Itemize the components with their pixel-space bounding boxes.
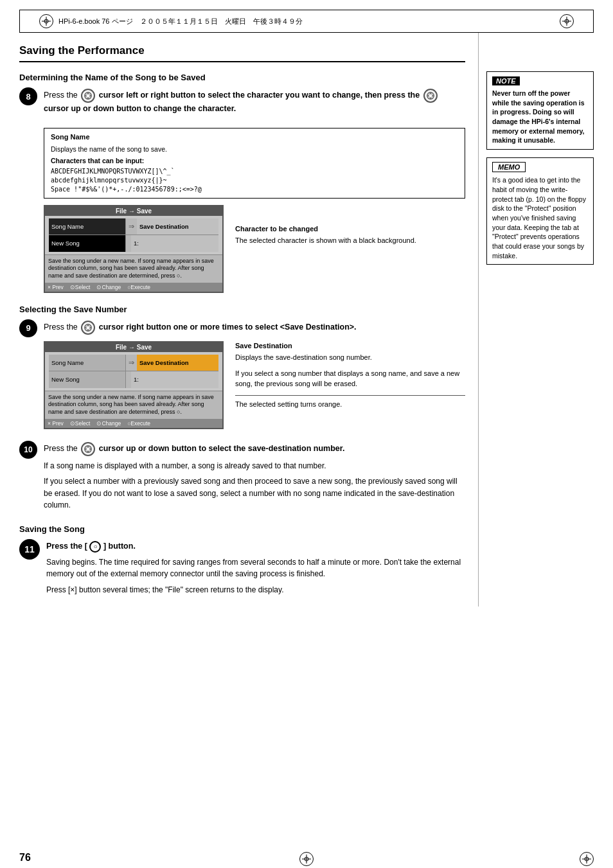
step-8-container: 8 Press the (19, 87, 465, 298)
song-name-title: Song Name (51, 132, 458, 142)
step-11-content: Press the [ ○ ] button. Saving begins. T… (46, 539, 465, 600)
cursor-icon-1 (81, 89, 95, 103)
step9-annotations: Save Destination Displays the save-desti… (224, 341, 465, 410)
left-column: Saving the Performance Determining the N… (19, 33, 465, 607)
bottom-right-crosshair (580, 852, 594, 866)
screen1-message: Save the song under a new name. If song … (45, 254, 222, 283)
memo-label: MEMO (492, 162, 526, 172)
bottom-crosshair (299, 852, 314, 866)
step-11-number: 11 (19, 539, 40, 560)
memo-box: MEMO It's a good idea to get into the ha… (486, 157, 594, 265)
screen2-title: File → Save (45, 342, 222, 352)
step-10-container: 10 Press the cu (19, 441, 465, 515)
crosshair-left (39, 14, 53, 28)
right-sidebar: NOTE Never turn off the power while the … (478, 33, 594, 607)
step10-text1: Press the (44, 444, 78, 453)
screen1-layout: File → Save Song Name ⇒ Save Destination (44, 205, 465, 293)
subsection-save-number: Selecting the Save Number (19, 305, 465, 314)
cursor-icon-3 (81, 321, 95, 335)
screen2-body: Song Name ⇒ Save Destination New Song 1: (45, 352, 222, 391)
step-10-text: Press the cursor up or down button to se… (44, 442, 465, 456)
circle-button: ○ (89, 541, 101, 553)
section-title: Saving the Performance (19, 44, 465, 57)
note-box: NOTE Never turn off the power while the … (486, 71, 594, 150)
annotation-char-title: Character to be changed (235, 224, 416, 234)
save-dest-title: Save Destination (235, 341, 465, 351)
screen2-row2: New Song 1: (49, 371, 218, 388)
step11-text1: Press the [ (46, 542, 87, 551)
step9-text1: Press the (44, 323, 78, 332)
step-8-number: 8 (19, 87, 37, 105)
screen1-btn-select: ⊙Select (70, 284, 91, 290)
screen-box-2: File → Save Song Name ⇒ Save Destination… (44, 341, 224, 429)
screen1-row1-value: Save Destination (137, 218, 218, 235)
chars-title: Characters that can be input: (51, 156, 458, 166)
step-9-content: Press the cursor right button one or mor… (44, 319, 465, 434)
step-8-content: Press the cursor left or right but (44, 87, 465, 298)
screen2-row1: Song Name ⇒ Save Destination (49, 355, 218, 371)
screen1-row2: New Song 1: (49, 235, 218, 252)
save-dest-line1: Displays the save-destination song numbe… (235, 353, 465, 362)
annotation-char-text: The selected character is shown with a b… (235, 236, 416, 245)
header-text: HPi-6-e.book 76 ページ ２００５年１１月１５日 火曜日 午後３時… (58, 17, 303, 26)
crosshair-right (560, 14, 574, 28)
step8-text-part1: Press the (44, 91, 78, 100)
song-name-line1: Displays the name of the song to save. (51, 145, 458, 154)
screen1-row2-label: New Song (49, 235, 126, 252)
annotation-character: Character to be changed The selected cha… (224, 224, 416, 246)
screen2-layout: File → Save Song Name ⇒ Save Destination… (44, 341, 465, 429)
screen1-btn-prev: × Prev (48, 284, 64, 290)
screen2-message: Save the song under a new name. If song … (45, 391, 222, 419)
page-number: 76 (19, 852, 31, 864)
screen1-row1: Song Name ⇒ Save Destination (49, 218, 218, 235)
annotation-save-dest: Save Destination Displays the save-desti… (235, 341, 465, 363)
song-name-info-box: Song Name Displays the name of the song … (44, 128, 465, 199)
cursor-icon-4 (81, 442, 95, 456)
screen2-row1-label: Song Name (49, 355, 126, 371)
step10-text2: cursor up or down button to select the s… (99, 444, 345, 453)
step-10-number: 10 (19, 441, 37, 459)
step11-text2: ] button. (103, 542, 136, 551)
header-bar: HPi-6-e.book 76 ページ ２００５年１１月１５日 火曜日 午後３時… (19, 10, 594, 33)
step10-body1: If a song name is displayed with a numbe… (44, 460, 465, 472)
screen1-buttons: × Prev ⊙Select ⊙Change ○Execute (45, 283, 222, 292)
step-9-number: 9 (19, 319, 37, 337)
step-9-text: Press the cursor right button one or mor… (44, 321, 465, 335)
screen2-buttons: × Prev ⊙Select ⊙Change ○Execute (45, 419, 222, 428)
screen2-row2-value: 1: (131, 371, 218, 388)
step8-text-part3: cursor up or down button to change the c… (44, 104, 236, 113)
saving-song-title: Saving the Song (19, 524, 465, 534)
screen1-row1-label: Song Name (49, 218, 126, 235)
step10-body2: If you select a number with a previously… (44, 475, 465, 511)
step-8-text: Press the cursor left or right but (44, 89, 465, 115)
screen-box-1: File → Save Song Name ⇒ Save Destination (44, 205, 224, 293)
note-label: NOTE (492, 76, 520, 85)
screen2-btn-change: ⊙Change (96, 420, 121, 427)
screen2-btn-select: ⊙Select (70, 420, 91, 427)
screen2-btn-prev: × Prev (48, 420, 64, 427)
cursor-icon-2 (423, 89, 438, 103)
screen2-row2-label: New Song (49, 371, 126, 388)
chars-line2: abcdefghijklmnopqrstuvwxyz{|}~ (51, 176, 458, 185)
chars-line3: Space !"#$%&'()*+,-./:0123456789:;<=>?@ (51, 185, 458, 194)
section-divider (19, 61, 465, 62)
step11-body2: Press [×] button several times; the "Fil… (46, 584, 465, 596)
main-area: Saving the Performance Determining the N… (0, 33, 613, 607)
step9-text2: cursor right button one or more times to… (99, 323, 357, 332)
step11-body1: Saving begins. The time required for sav… (46, 556, 465, 580)
annotation-save-dest-line2: If you select a song number that display… (235, 369, 465, 389)
save-dest-text2: If you select a song number that display… (235, 369, 465, 389)
screen2-row1-value: Save Destination (137, 355, 218, 371)
step-11-text: Press the [ ○ ] button. (46, 540, 465, 553)
screen2-btn-execute: ○Execute (127, 420, 150, 427)
screen1-btn-execute: ○Execute (127, 284, 150, 290)
step-10-content: Press the cursor up or down button to se… (44, 441, 465, 515)
step-11-container: 11 Press the [ ○ ] button. Saving begins… (19, 539, 465, 600)
step-9-container: 9 Press the cur (19, 319, 465, 434)
annotation-orange: The selected setting turns orange. (235, 395, 465, 409)
screen1-body: Song Name ⇒ Save Destination New Song (45, 216, 222, 254)
memo-text: It's a good idea to get into the habit o… (492, 175, 588, 260)
chars-line1: ABCDEFGHIJKLMNOPQRSTUVWXYZ[]\^_` (51, 167, 458, 176)
annotation-orange-text: The selected setting turns orange. (235, 400, 465, 409)
subsection-determining: Determining the Name of the Song to be S… (19, 73, 465, 82)
